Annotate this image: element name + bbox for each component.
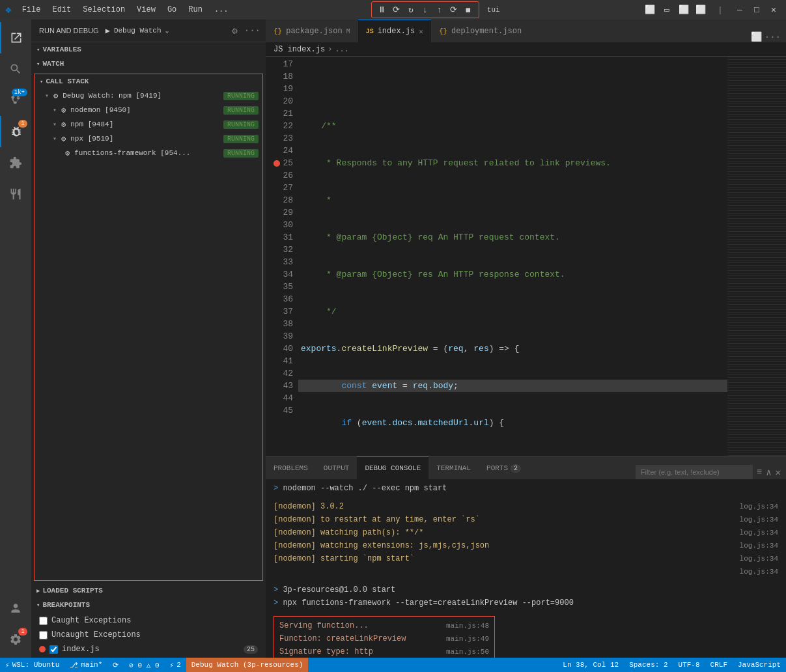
tab-package-json[interactable]: {} package.json M [266,20,358,42]
window-minimize-btn[interactable]: — [733,3,747,17]
callstack-item-functions[interactable]: ⚙ functions-framework [954... RUNNING [35,146,262,160]
panel-tab-ports[interactable]: PORTS 2 [479,456,529,479]
callstack-item-npx[interactable]: ▾ ⚙ npx [9519] RUNNING [35,132,262,146]
statusbar-sync[interactable]: ⟳ [107,658,124,672]
statusbar-language[interactable]: JavaScript [733,658,786,672]
statusbar-left: ⚡ WSL: Ubuntu ⎇ main* ⟳ ⊘ 0 △ 0 ⚡ 2 Debu… [0,658,308,672]
layout-more-btn[interactable]: ⬜ [694,3,708,17]
callstack-header[interactable]: ▾ CALL STACK [35,74,262,89]
statusbar-spaces[interactable]: Spaces: 2 [624,658,673,672]
statusbar-remote[interactable]: ⚡ WSL: Ubuntu [0,658,64,672]
indexjs-label: index.js [62,645,100,654]
window-close-btn[interactable]: ✕ [766,3,781,17]
caught-exceptions-checkbox[interactable] [39,617,48,625]
remote-label: WSL: Ubuntu [12,661,60,669]
console-source[interactable]: log.js:34 [740,513,778,526]
statusbar-connections[interactable]: ⚡ 2 [165,658,186,672]
panel-filter-input[interactable] [636,465,753,479]
console-source[interactable]: log.js:34 [740,526,778,539]
activity-extensions[interactable] [0,147,31,178]
ln-22: 22 [266,120,293,132]
panel-collapse-btn[interactable]: ∧ [766,467,771,478]
statusbar-branch[interactable]: ⎇ main* [64,658,107,672]
activity-sourcecontrol[interactable]: 1k+ [0,85,31,116]
play-icon[interactable]: ▶ [105,26,110,36]
console-source[interactable]: log.js:34 [740,539,778,552]
debug-restart-btn[interactable]: ⟳ [447,3,460,16]
chevron-down-icon[interactable]: ⌄ [165,27,169,35]
tab-deployment-json[interactable]: {} deployment.json [431,20,529,42]
layout-panel-btn[interactable]: ▭ [660,3,674,17]
breakpoints-header[interactable]: ▾ BREAKPOINTS [31,598,266,612]
activity-settings[interactable]: 1 [0,624,31,655]
statusbar-errors[interactable]: ⊘ 0 △ 0 [124,658,164,672]
menu-selection[interactable]: Selection [77,4,130,16]
console-source[interactable]: log.js:34 [740,552,778,565]
code-content[interactable]: /** * Responds to any HTTP request relat… [298,57,727,456]
breadcrumb-more[interactable]: ... [335,45,349,54]
ln-31: 31 [266,231,293,244]
activity-search[interactable] [0,53,31,85]
debug-pause-btn[interactable]: ⏸ [376,3,389,16]
config-name[interactable]: Debug Watch [114,27,161,35]
debug-step-over-btn[interactable]: ⟳ [390,3,403,16]
activity-debug[interactable]: 1 [0,116,31,147]
panel-tab-problems[interactable]: PROBLEMS [266,456,316,479]
breadcrumb-file[interactable]: JS index.js [274,45,325,54]
callstack-item-npm[interactable]: ▾ ⚙ npm [9484] RUNNING [35,117,262,132]
statusbar-encoding[interactable]: UTF-8 [673,658,705,672]
panel-tab-terminal[interactable]: TERMINAL [428,456,479,479]
settings-gear-icon[interactable]: ⚙ [232,25,237,36]
statusbar-debug-session[interactable]: Debug Watch (3p-resources) [186,658,309,672]
watch-header[interactable]: ▾ WATCH [31,57,266,71]
breakpoint-uncaught[interactable]: Uncaught Exceptions [39,628,258,642]
panel-close-btn[interactable]: ✕ [776,467,781,478]
loaded-scripts-header[interactable]: ▶ LOADED SCRIPTS [31,583,266,598]
window-maximize-btn[interactable]: □ [750,3,764,17]
tab-close-index[interactable]: ✕ [419,27,423,36]
breakpoint-indexjs[interactable]: index.js 25 [39,642,258,656]
uncaught-exceptions-checkbox[interactable] [39,631,48,639]
layout-sidebar-btn[interactable]: ⬜ [643,3,657,17]
run-debug-button[interactable]: RUN AND DEBUG [36,25,102,36]
console-source[interactable]: main.js:50 [446,645,489,658]
panel-wrap-btn[interactable]: ≡ [757,467,762,477]
panel-tab-debug-console[interactable]: DEBUG CONSOLE [357,456,428,479]
menu-edit[interactable]: Edit [47,4,76,16]
callstack-item-nodemon[interactable]: ▾ ⚙ nodemon [9450] RUNNING [35,103,262,117]
indexjs-checkbox[interactable] [49,645,58,654]
expand-icon: ▾ [53,135,57,143]
menu-view[interactable]: View [132,4,161,16]
breakpoint-caught[interactable]: Caught Exceptions [39,613,258,628]
debug-stop-btn[interactable]: ◼ [462,3,475,16]
panel-tab-output[interactable]: OUTPUT [316,456,358,479]
console-source[interactable]: log.js:34 [740,565,778,578]
activity-account[interactable] [0,593,31,624]
layout-split-btn[interactable]: ⬜ [677,3,691,17]
callstack-item-debug-watch[interactable]: ▾ ⚙ Debug Watch: npm [9419] RUNNING [35,89,262,103]
tab-index-js[interactable]: JS index.js ✕ [358,20,431,42]
more-actions-icon[interactable]: ··· [244,25,260,36]
statusbar-line-ending[interactable]: CRLF [705,658,733,672]
statusbar-position[interactable]: Ln 38, Col 12 [557,658,624,672]
menu-go[interactable]: Go [162,4,182,16]
activity-remote[interactable] [0,178,31,210]
console-source[interactable]: main.js:48 [446,619,489,632]
split-editor-btn[interactable]: ⬜ [751,31,762,42]
menu-file[interactable]: File [17,4,46,16]
console-source[interactable]: log.js:34 [740,500,778,513]
panel-tab-output-label: OUTPUT [324,464,350,472]
variables-header[interactable]: ▾ VARIABLES [31,42,266,57]
callstack-item-label: nodemon [9450] [70,106,221,114]
console-line-nodemon5: [nodemon] starting `npm start` log.js:34 [274,552,778,565]
code-line-17 [298,83,727,95]
more-actions-tab-btn[interactable]: ··· [765,32,781,42]
config-input[interactable]: tui [482,6,505,14]
debug-step-out-btn[interactable]: ↓ [419,3,432,16]
console-source[interactable]: main.js:49 [446,632,489,645]
debug-step-into-btn[interactable]: ↻ [404,3,417,16]
menu-run[interactable]: Run [183,4,208,16]
debug-continue-btn[interactable]: ↑ [433,3,446,16]
activity-explorer[interactable] [0,22,31,53]
menu-more[interactable]: ... [209,4,234,16]
